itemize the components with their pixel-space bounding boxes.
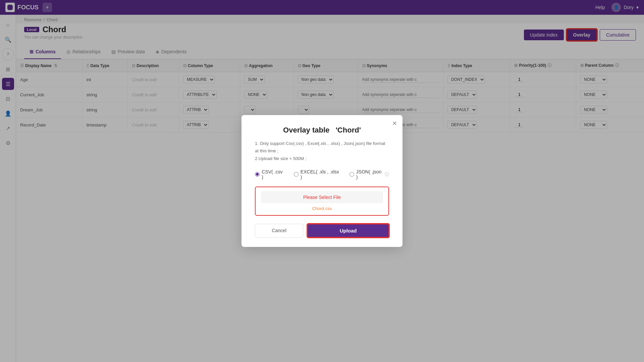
format-radio-group: CSV( .csv ) EXCEL( .xls , .xlsx ) JSON( … <box>255 169 389 180</box>
modal-title-prefix: Overlay table <box>283 126 329 134</box>
cancel-button[interactable]: Cancel <box>255 224 303 238</box>
modal-title-name: 'Chord' <box>336 126 361 134</box>
radio-csv[interactable]: CSV( .csv ) <box>255 169 284 180</box>
radio-csv-input[interactable] <box>255 172 260 177</box>
modal-close-button[interactable]: ✕ <box>392 120 397 127</box>
radio-json-label: JSON( .json ) <box>356 169 383 180</box>
overlay-modal: ✕ Overlay table 'Chord' 1. Only support … <box>241 115 402 247</box>
radio-excel-input[interactable] <box>294 172 299 177</box>
radio-json-input[interactable] <box>350 172 354 177</box>
modal-notes: 1. Only support Csv(.csv) , Excel(.xls ,… <box>255 140 389 162</box>
radio-csv-label: CSV( .csv ) <box>262 169 284 180</box>
radio-excel[interactable]: EXCEL( .xls , .xlsx ) <box>294 169 340 180</box>
modal-title: Overlay table 'Chord' <box>255 126 389 135</box>
file-select-button[interactable]: Please Select File <box>261 191 383 203</box>
radio-json[interactable]: JSON( .json ) ⓘ <box>350 169 389 180</box>
file-upload-area[interactable]: Please Select File Chord.csv <box>255 187 389 216</box>
modal-backdrop: ✕ Overlay table 'Chord' 1. Only support … <box>0 0 644 362</box>
file-select-label: Please Select File <box>303 195 341 200</box>
modal-actions: Cancel Upload <box>255 224 389 238</box>
modal-note2: 2.Upload file size < 500M ; <box>255 155 389 162</box>
modal-note1: 1. Only support Csv(.csv) , Excel(.xls ,… <box>255 140 389 155</box>
upload-button[interactable]: Upload <box>307 224 389 238</box>
json-help-icon[interactable]: ⓘ <box>385 171 389 177</box>
selected-file-name: Chord.csv <box>312 206 332 211</box>
radio-excel-label: EXCEL( .xls , .xlsx ) <box>301 169 340 180</box>
